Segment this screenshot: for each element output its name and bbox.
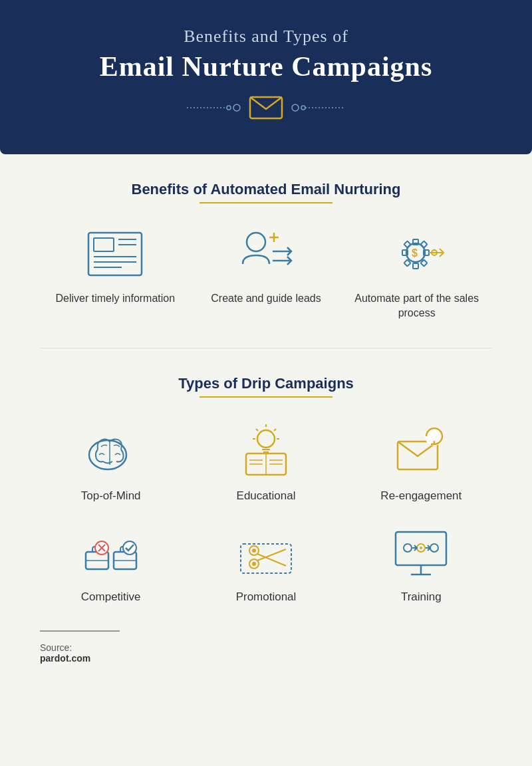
benefit-label-3: Automate part of the sales process xyxy=(350,291,483,321)
benefits-grid: Deliver timely information Crea xyxy=(40,227,492,321)
type-item-educational: Educational xyxy=(195,422,336,503)
benefits-title: Benefits of Automated Email Nurturing xyxy=(40,181,492,198)
type-item-training: Training xyxy=(350,523,492,604)
brain-icon xyxy=(78,422,144,481)
source-section: Source: pardot.com xyxy=(40,630,120,664)
type-label-educational: Educational xyxy=(237,489,296,503)
type-item-competitive: Competitive xyxy=(40,523,182,604)
email-icon-row xyxy=(40,94,492,121)
left-line-decoration xyxy=(184,101,243,114)
header-title: Email Nurture Campaigns xyxy=(40,51,492,82)
type-item-promotional: Promotional xyxy=(195,523,336,604)
types-grid: Top-of-Mind xyxy=(40,422,492,604)
benefit-label-1: Deliver timely information xyxy=(56,291,176,306)
source-text: Source: pardot.com xyxy=(40,642,120,664)
section-divider xyxy=(40,348,492,348)
benefits-underline xyxy=(200,202,332,203)
svg-line-43 xyxy=(274,429,276,431)
benefit-item-2: Create and guide leads xyxy=(200,227,332,306)
svg-point-14 xyxy=(247,233,265,251)
email-icon xyxy=(249,94,283,121)
svg-point-1 xyxy=(227,106,231,110)
training-icon xyxy=(388,523,454,582)
right-line-decoration xyxy=(289,101,348,114)
main-content: Benefits of Automated Email Nurturing De… xyxy=(0,154,532,684)
svg-rect-8 xyxy=(94,238,114,251)
newspaper-icon xyxy=(82,227,148,281)
type-label-reengagement: Re-engagement xyxy=(380,489,462,503)
svg-rect-57 xyxy=(241,544,291,573)
header: Benefits and Types of Email Nurture Camp… xyxy=(0,0,532,154)
svg-point-72 xyxy=(420,547,422,549)
header-subtitle: Benefits and Types of xyxy=(40,27,492,47)
type-item-top-of-mind: Top-of-Mind xyxy=(40,422,182,503)
competitive-icon xyxy=(78,523,144,582)
svg-line-60 xyxy=(257,554,286,566)
svg-point-2 xyxy=(233,104,240,111)
type-item-reengagement: Re-engagement xyxy=(350,422,492,503)
reengagement-icon xyxy=(388,422,454,481)
benefit-item-1: Deliver timely information xyxy=(49,227,182,306)
type-label-promotional: Promotional xyxy=(236,590,297,604)
svg-text:$: $ xyxy=(412,247,418,259)
benefit-label-2: Create and guide leads xyxy=(211,291,321,306)
types-underline xyxy=(200,396,332,398)
svg-point-31 xyxy=(89,440,126,469)
svg-point-69 xyxy=(430,544,438,552)
svg-rect-21 xyxy=(413,263,418,269)
promotional-icon xyxy=(233,523,299,582)
benefits-section: Benefits of Automated Email Nurturing De… xyxy=(40,181,492,321)
svg-point-67 xyxy=(404,544,412,552)
svg-line-61 xyxy=(257,549,286,561)
types-section: Types of Drip Campaigns Top xyxy=(40,375,492,604)
type-label-training: Training xyxy=(401,590,442,604)
svg-line-44 xyxy=(256,429,258,431)
svg-point-63 xyxy=(252,562,256,566)
svg-point-5 xyxy=(301,106,305,110)
type-label-competitive: Competitive xyxy=(81,590,141,604)
type-label-top-of-mind: Top-of-Mind xyxy=(81,489,141,503)
educational-icon xyxy=(233,422,299,481)
svg-point-4 xyxy=(292,104,299,111)
automate-sales-icon: $ xyxy=(384,227,450,281)
svg-point-39 xyxy=(257,430,275,447)
benefit-item-3: $ Automate part of the sales process xyxy=(350,227,483,321)
svg-point-62 xyxy=(252,549,256,553)
types-title: Types of Drip Campaigns xyxy=(40,375,492,392)
create-leads-icon xyxy=(233,227,299,281)
